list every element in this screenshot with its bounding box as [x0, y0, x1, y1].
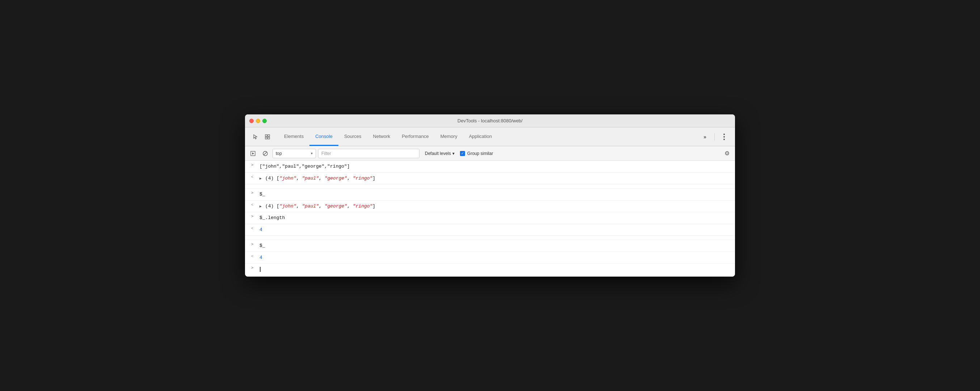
console-row-4: < ▶ (4) ["john", "paul", "george", "ring…	[245, 201, 735, 212]
row-content-1: ["john","paul","george","ringo"]	[259, 162, 732, 171]
close-button[interactable]	[249, 119, 254, 123]
output-chevron-8: <	[251, 254, 254, 259]
row-gutter-8: <	[245, 254, 259, 259]
log-levels-button[interactable]: Default levels ▾	[422, 149, 458, 158]
layers-icon-btn[interactable]	[262, 132, 272, 142]
cursor-row-content[interactable]	[259, 265, 732, 274]
vertical-dots-icon	[724, 134, 725, 140]
context-selector[interactable]: top ▾	[272, 149, 316, 158]
tab-network[interactable]: Network	[368, 128, 396, 146]
title-bar: DevTools - localhost:8080/web/	[245, 114, 735, 128]
svg-rect-2	[265, 137, 267, 139]
svg-rect-1	[268, 135, 270, 136]
group-similar-label: Group similar	[467, 151, 493, 156]
console-row-7: > $_	[245, 240, 735, 252]
separator-1	[245, 184, 735, 188]
group-similar-wrapper[interactable]: Group similar	[460, 151, 493, 156]
row-content-2: ▶ (4) ["john", "paul", "george", "ringo"…	[259, 174, 732, 183]
console-row-1: > ["john","paul","george","ringo"]	[245, 161, 735, 173]
play-button[interactable]	[248, 148, 258, 159]
expand-icon-4[interactable]: ▶	[259, 204, 262, 209]
row-gutter-5: >	[245, 214, 259, 219]
svg-marker-5	[252, 152, 254, 155]
console-row-8: < 4	[245, 252, 735, 264]
tab-sources[interactable]: Sources	[338, 128, 368, 146]
row-content-8: 4	[259, 254, 732, 262]
layers-icon	[264, 134, 270, 140]
execute-icon	[250, 151, 256, 156]
tab-bar: Elements Console Sources Network Perform…	[245, 128, 735, 146]
input-chevron-7: >	[251, 242, 254, 247]
levels-label: Default levels	[425, 151, 451, 156]
input-chevron-1: >	[251, 163, 254, 167]
console-row-2: < ▶ (4) ["john", "paul", "george", "ring…	[245, 173, 735, 185]
chevron-right-icon: »	[703, 134, 706, 140]
output-chevron-6: <	[251, 226, 254, 231]
row-gutter-3: >	[245, 190, 259, 195]
cursor-icon	[253, 134, 259, 140]
traffic-lights	[249, 119, 267, 123]
row-gutter-7: >	[245, 241, 259, 247]
filter-input[interactable]	[318, 149, 420, 158]
tab-bar-icons	[248, 128, 275, 146]
output-chevron-2: <	[251, 175, 254, 179]
tab-bar-right: »	[697, 128, 732, 146]
separator-2	[245, 236, 735, 240]
minimize-button[interactable]	[256, 119, 260, 123]
row-gutter-4: <	[245, 202, 259, 207]
divider	[714, 133, 715, 140]
more-tabs-button[interactable]: »	[700, 132, 710, 142]
levels-chevron-icon: ▾	[452, 151, 455, 156]
context-value: top	[276, 151, 309, 156]
tab-application[interactable]: Application	[463, 128, 498, 146]
cursor-prompt: >	[251, 266, 254, 270]
row-content-6: 4	[259, 225, 732, 234]
row-content-4: ▶ (4) ["john", "paul", "george", "ringo"…	[259, 202, 732, 211]
console-row-5: > $_.length	[245, 212, 735, 224]
console-row-6: < 4	[245, 224, 735, 236]
clear-button[interactable]	[260, 148, 270, 159]
expand-icon-2[interactable]: ▶	[259, 176, 262, 181]
settings-button[interactable]: ⚙	[722, 148, 732, 159]
ban-icon	[262, 151, 268, 156]
devtools-menu-button[interactable]	[719, 132, 729, 142]
input-chevron-3: >	[251, 191, 254, 195]
svg-rect-0	[265, 135, 267, 136]
window-title: DevTools - localhost:8080/web/	[457, 118, 523, 123]
row-content-3: $_	[259, 190, 732, 199]
row-content-5: $_.length	[259, 214, 732, 222]
chevron-down-icon: ▾	[311, 151, 313, 155]
console-output[interactable]: > ["john","paul","george","ringo"] < ▶ (…	[245, 161, 735, 277]
console-toolbar: top ▾ Default levels ▾ Group similar ⚙	[245, 146, 735, 161]
cursor-row-gutter: >	[245, 265, 259, 270]
tabs: Elements Console Sources Network Perform…	[278, 128, 697, 146]
svg-rect-3	[268, 137, 270, 139]
row-gutter-2: <	[245, 174, 259, 179]
console-input-row[interactable]: >	[245, 263, 735, 275]
maximize-button[interactable]	[262, 119, 267, 123]
row-gutter-1: >	[245, 162, 259, 167]
svg-line-7	[264, 152, 267, 155]
tab-console[interactable]: Console	[309, 128, 338, 146]
row-content-7: $_	[259, 241, 732, 250]
cursor-icon-btn[interactable]	[251, 132, 261, 142]
input-chevron-5: >	[251, 214, 254, 219]
output-chevron-4: <	[251, 203, 254, 207]
tab-performance[interactable]: Performance	[396, 128, 434, 146]
tab-memory[interactable]: Memory	[434, 128, 463, 146]
row-gutter-6: <	[245, 225, 259, 231]
devtools-window: DevTools - localhost:8080/web/ Elements	[245, 114, 735, 277]
group-similar-checkbox[interactable]	[460, 151, 465, 156]
text-cursor	[260, 267, 261, 272]
console-row-3: > $_	[245, 188, 735, 201]
gear-icon: ⚙	[724, 150, 730, 157]
tab-elements[interactable]: Elements	[278, 128, 309, 146]
